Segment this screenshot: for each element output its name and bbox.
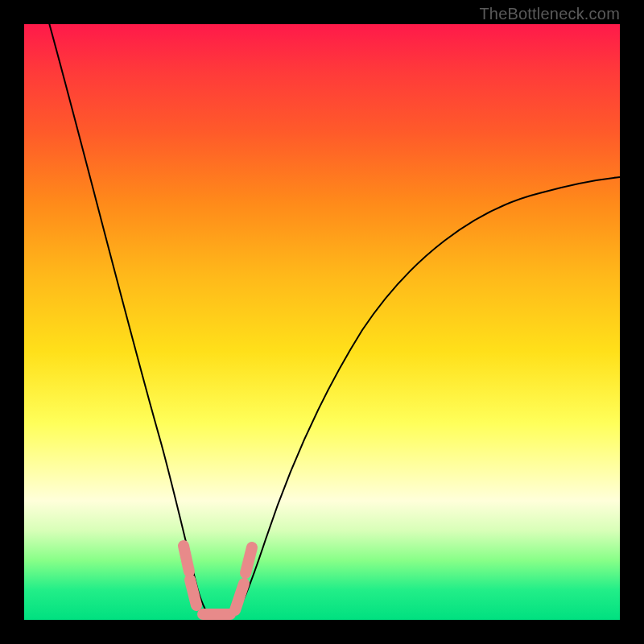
trough-markers — [184, 546, 252, 614]
watermark-text: TheBottleneck.com — [479, 5, 620, 23]
curve-right-branch — [232, 177, 620, 618]
curve-svg — [24, 24, 620, 620]
curve-left-branch — [48, 24, 213, 618]
marker-seg — [190, 580, 196, 605]
marker-seg — [184, 546, 189, 572]
marker-seg — [246, 547, 252, 573]
chart-plot-area — [24, 24, 620, 620]
marker-seg — [235, 584, 244, 610]
